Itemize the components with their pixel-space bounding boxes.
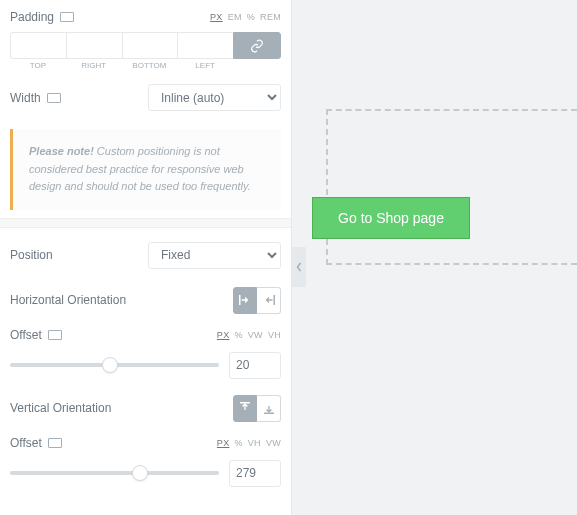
padding-top-input[interactable]: [10, 32, 66, 59]
unit-px[interactable]: PX: [217, 438, 230, 448]
align-right-icon: [263, 294, 275, 306]
widget-container[interactable]: [326, 109, 577, 265]
device-icon[interactable]: [47, 93, 61, 103]
h-offset-label: Offset: [10, 328, 62, 342]
width-row: Width Inline (auto): [10, 84, 281, 111]
padding-header: Padding PX EM % REM: [10, 10, 281, 24]
chevron-left-icon: [296, 262, 302, 272]
settings-panel: Padding PX EM % REM TOP RIGHT BOTTOM LEF…: [0, 0, 292, 515]
padding-label: Padding: [10, 10, 74, 24]
position-row: Position Fixed: [10, 242, 281, 269]
collapse-panel-button[interactable]: [292, 247, 306, 287]
v-orient-bottom-button[interactable]: [257, 395, 281, 422]
v-offset-slider-row: [10, 460, 281, 487]
h-offset-header: Offset PX % VW VH: [10, 328, 281, 342]
device-icon[interactable]: [48, 330, 62, 340]
v-offset-units: PX % VH VW: [217, 438, 281, 448]
go-to-shop-button[interactable]: Go to Shop page: [312, 197, 470, 239]
v-orientation-row: Vertical Orientation: [10, 395, 281, 422]
unit-vh[interactable]: VH: [268, 330, 281, 340]
v-orientation-label: Vertical Orientation: [10, 401, 111, 415]
unit-vw[interactable]: VW: [266, 438, 281, 448]
svg-rect-0: [239, 295, 241, 305]
v-orient-top-button[interactable]: [233, 395, 257, 422]
padding-bottom-input[interactable]: [122, 32, 178, 59]
align-top-icon: [239, 402, 251, 414]
device-icon[interactable]: [60, 12, 74, 22]
unit-pct[interactable]: %: [234, 438, 242, 448]
padding-right-input[interactable]: [66, 32, 122, 59]
unit-vw[interactable]: VW: [248, 330, 263, 340]
unit-vh[interactable]: VH: [248, 438, 261, 448]
h-orient-end-button[interactable]: [257, 287, 281, 314]
link-values-button[interactable]: [233, 32, 281, 59]
h-orientation-label: Horizontal Orientation: [10, 293, 126, 307]
unit-px[interactable]: PX: [210, 12, 223, 22]
link-icon: [250, 39, 264, 53]
align-left-icon: [239, 294, 251, 306]
padding-units: PX EM % REM: [210, 12, 281, 22]
width-label: Width: [10, 91, 61, 105]
position-label: Position: [10, 248, 53, 262]
h-offset-slider[interactable]: [10, 357, 219, 373]
padding-inputs: [10, 32, 281, 59]
device-icon[interactable]: [48, 438, 62, 448]
h-orientation-toggle: [233, 287, 281, 314]
v-orientation-toggle: [233, 395, 281, 422]
preview-area: Go to Shop page: [292, 0, 577, 515]
position-select[interactable]: Fixed: [148, 242, 281, 269]
positioning-notice: Please note! Custom positioning is not c…: [10, 129, 281, 210]
h-offset-slider-row: [10, 352, 281, 379]
unit-em[interactable]: EM: [228, 12, 242, 22]
h-orientation-row: Horizontal Orientation: [10, 287, 281, 314]
h-offset-thumb[interactable]: [102, 357, 118, 373]
align-bottom-icon: [263, 402, 275, 414]
h-offset-input[interactable]: [229, 352, 281, 379]
unit-px[interactable]: PX: [217, 330, 230, 340]
unit-pct[interactable]: %: [247, 12, 255, 22]
v-offset-label: Offset: [10, 436, 62, 450]
unit-pct[interactable]: %: [234, 330, 242, 340]
h-offset-units: PX % VW VH: [217, 330, 281, 340]
unit-rem[interactable]: REM: [260, 12, 281, 22]
v-offset-header: Offset PX % VH VW: [10, 436, 281, 450]
v-offset-input[interactable]: [229, 460, 281, 487]
h-orient-start-button[interactable]: [233, 287, 257, 314]
svg-rect-1: [273, 295, 275, 305]
padding-side-labels: TOP RIGHT BOTTOM LEFT: [10, 61, 281, 70]
v-offset-thumb[interactable]: [132, 465, 148, 481]
v-offset-slider[interactable]: [10, 465, 219, 481]
width-select[interactable]: Inline (auto): [148, 84, 281, 111]
padding-left-input[interactable]: [177, 32, 233, 59]
section-divider: [0, 218, 291, 228]
